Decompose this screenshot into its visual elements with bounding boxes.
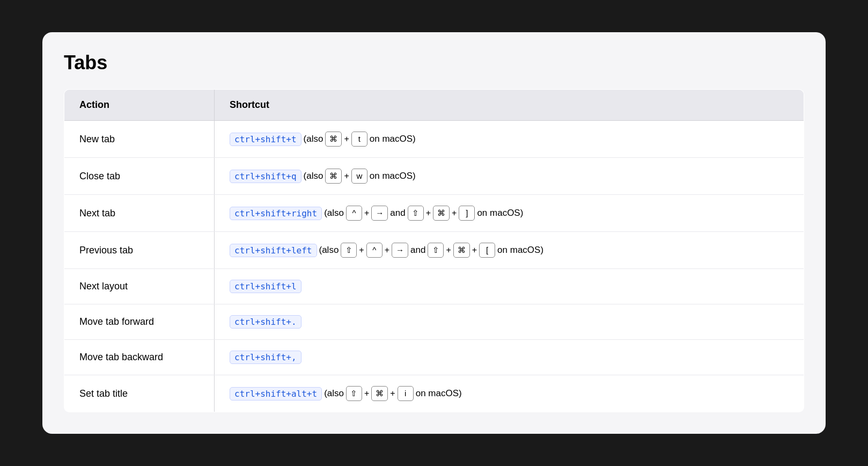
keyboard-key: ⌘ — [453, 243, 470, 258]
keyboard-shortcut-blue: ctrl+shift+, — [230, 351, 301, 364]
keyboard-key: ⌘ — [433, 206, 450, 221]
plus-separator: + — [364, 389, 369, 398]
shortcut-content: ctrl+shift+alt+t(also⇧+⌘+ion macOS) — [230, 386, 789, 401]
plain-text: and — [390, 208, 405, 219]
action-cell: Next tab — [64, 195, 215, 232]
keyboard-key: w — [351, 169, 367, 184]
main-card: Tabs Action Shortcut New tabctrl+shift+t… — [42, 32, 826, 434]
table-row: Move tab forwardctrl+shift+. — [64, 304, 804, 340]
keyboard-key: ⌘ — [325, 132, 342, 147]
shortcut-content: ctrl+shift+left(also⇧+^+→and⇧+⌘+[on macO… — [230, 243, 789, 258]
plain-text: (also — [319, 245, 339, 256]
plus-separator: + — [344, 171, 349, 181]
plus-separator: + — [359, 245, 364, 255]
keyboard-key: ^ — [346, 206, 362, 221]
shortcut-content: ctrl+shift+q(also⌘+won macOS) — [230, 169, 789, 184]
page-title: Tabs — [64, 52, 804, 74]
shortcut-column-header: Shortcut — [215, 90, 804, 121]
action-cell: Previous tab — [64, 232, 215, 269]
shortcut-cell: ctrl+shift+right(also^+→and⇧+⌘+]on macOS… — [215, 195, 804, 232]
plain-text: on macOS) — [416, 388, 462, 399]
keyboard-shortcut-blue: ctrl+shift+l — [230, 280, 301, 293]
action-cell: Move tab forward — [64, 304, 215, 340]
plain-text: on macOS) — [497, 245, 543, 256]
shortcut-cell: ctrl+shift+l — [215, 269, 804, 304]
plain-text: (also — [324, 208, 344, 219]
table-row: Next layoutctrl+shift+l — [64, 269, 804, 304]
shortcut-cell: ctrl+shift+alt+t(also⇧+⌘+ion macOS) — [215, 375, 804, 412]
plus-separator: + — [426, 208, 431, 218]
shortcut-content: ctrl+shift+t(also⌘+ton macOS) — [230, 132, 789, 147]
plus-separator: + — [472, 245, 477, 255]
action-cell: Next layout — [64, 269, 215, 304]
action-cell: Set tab title — [64, 375, 215, 412]
shortcut-cell: ctrl+shift+. — [215, 304, 804, 340]
table-header-row: Action Shortcut — [64, 90, 804, 121]
keyboard-key: ⇧ — [408, 206, 424, 221]
keyboard-key: ⌘ — [371, 386, 388, 401]
keyboard-shortcut-blue: ctrl+shift+right — [230, 207, 322, 220]
keyboard-key: → — [392, 243, 408, 258]
plus-separator: + — [452, 208, 457, 218]
keyboard-shortcut-blue: ctrl+shift+. — [230, 315, 301, 329]
table-row: Next tabctrl+shift+right(also^+→and⇧+⌘+]… — [64, 195, 804, 232]
shortcuts-table: Action Shortcut New tabctrl+shift+t(also… — [64, 89, 804, 412]
plus-separator: + — [364, 208, 369, 218]
shortcut-content: ctrl+shift+, — [230, 351, 789, 364]
keyboard-shortcut-blue: ctrl+shift+left — [230, 244, 317, 257]
keyboard-shortcut-blue: ctrl+shift+q — [230, 170, 301, 183]
action-cell: Close tab — [64, 158, 215, 195]
plus-separator: + — [446, 245, 451, 255]
keyboard-shortcut-blue: ctrl+shift+alt+t — [230, 387, 322, 401]
keyboard-key: ] — [459, 206, 475, 221]
plus-separator: + — [390, 389, 395, 398]
shortcut-cell: ctrl+shift+left(also⇧+^+→and⇧+⌘+[on macO… — [215, 232, 804, 269]
plain-text: and — [410, 245, 425, 256]
shortcut-cell: ctrl+shift+t(also⌘+ton macOS) — [215, 121, 804, 158]
keyboard-key: → — [371, 206, 388, 221]
shortcut-content: ctrl+shift+right(also^+→and⇧+⌘+]on macOS… — [230, 206, 789, 221]
table-row: Close tabctrl+shift+q(also⌘+won macOS) — [64, 158, 804, 195]
shortcut-cell: ctrl+shift+q(also⌘+won macOS) — [215, 158, 804, 195]
table-row: Previous tabctrl+shift+left(also⇧+^+→and… — [64, 232, 804, 269]
plain-text: on macOS) — [370, 171, 416, 181]
plus-separator: + — [344, 134, 349, 144]
keyboard-key: ⇧ — [346, 386, 362, 401]
keyboard-key: [ — [479, 243, 495, 258]
table-row: New tabctrl+shift+t(also⌘+ton macOS) — [64, 121, 804, 158]
plus-separator: + — [385, 245, 389, 255]
action-cell: Move tab backward — [64, 340, 215, 375]
shortcut-cell: ctrl+shift+, — [215, 340, 804, 375]
action-cell: New tab — [64, 121, 215, 158]
keyboard-key: ⌘ — [325, 169, 342, 184]
plain-text: (also — [324, 388, 344, 399]
plain-text: on macOS) — [477, 208, 523, 219]
table-row: Set tab titlectrl+shift+alt+t(also⇧+⌘+io… — [64, 375, 804, 412]
plain-text: (also — [304, 134, 323, 144]
plain-text: on macOS) — [370, 134, 416, 144]
keyboard-key: ⇧ — [341, 243, 357, 258]
shortcut-content: ctrl+shift+. — [230, 315, 789, 329]
keyboard-key: ⇧ — [428, 243, 444, 258]
table-row: Move tab backwardctrl+shift+, — [64, 340, 804, 375]
keyboard-shortcut-blue: ctrl+shift+t — [230, 133, 301, 146]
keyboard-key: ^ — [366, 243, 382, 258]
action-column-header: Action — [64, 90, 215, 121]
shortcut-content: ctrl+shift+l — [230, 280, 789, 293]
plain-text: (also — [304, 171, 323, 181]
keyboard-key: i — [398, 386, 414, 401]
keyboard-key: t — [351, 132, 367, 147]
